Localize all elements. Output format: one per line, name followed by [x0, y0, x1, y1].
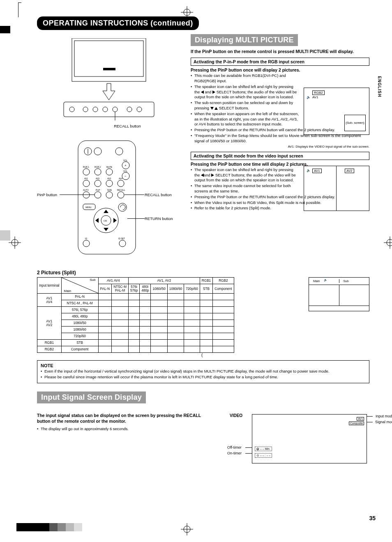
registration-mark-top [181, 6, 193, 19]
svg-point-47 [118, 180, 124, 187]
speaker-icon: 🔈 [307, 95, 311, 99]
bullet: The display will go out in approximately… [37, 426, 213, 432]
bullet: This mode can be available from RGB1(DVI… [191, 73, 300, 84]
svg-text:−: − [125, 174, 127, 178]
mini-main-sub-diagram: 🔈 MainSub [309, 277, 369, 311]
video-box-av1: AV1 [357, 417, 364, 421]
th: NTSC-M PAL-M [112, 284, 129, 294]
svg-text:MUTE: MUTE [106, 166, 113, 168]
label-input-mode: Input mode [376, 414, 392, 418]
callout-return: RETURN button [145, 216, 173, 221]
svg-point-45 [95, 180, 101, 187]
th: 480i 480p [140, 284, 151, 294]
boxed-heading-pinp-rgb: Activating the P-in-P mode from the RGB … [191, 58, 369, 66]
leader-line [60, 195, 95, 195]
svg-point-55 [118, 192, 124, 198]
bullet: Pressing the PinP button or the RETURN b… [191, 195, 369, 200]
split-right-label: AV2 [345, 169, 354, 173]
table-row: 480i, 480p [37, 313, 234, 320]
note-box: NOTE Even if the input of the horizontal… [37, 360, 369, 383]
svg-text:OK: OK [104, 220, 107, 222]
callout-pinp: PinP button [37, 192, 57, 197]
th: 1080i/60 [167, 284, 184, 294]
monitor-illustration: RECALL button [37, 38, 181, 128]
svg-text:RGB 2: RGB 2 [95, 166, 101, 168]
th: 720p/60 [184, 284, 200, 294]
leader-line [367, 416, 373, 417]
speaker-icon: 🔈 [324, 278, 327, 282]
th: AV1 AV4 [98, 278, 128, 284]
svg-text:ID: ID [85, 237, 87, 240]
svg-text:AV3: AV3 [107, 177, 111, 180]
leader-line [367, 422, 373, 422]
bullet: "Frequency Mode" in the Setup Menu shoul… [191, 133, 369, 144]
bullet: Refer to the table for 2 pictures (Split… [191, 206, 369, 211]
input-intro: The input signal status can be displayed… [37, 412, 213, 424]
remote-illustration: VOL + RGB 1 RGB 2 MUTE VOL − AV1 AV2 AV3… [37, 138, 181, 262]
svg-point-21 [127, 107, 132, 112]
leader-line [127, 218, 145, 219]
th: RGB2 [213, 278, 234, 284]
remote-btn-vol: VOL [123, 159, 127, 162]
svg-text:AUTO: AUTO [83, 189, 89, 191]
svg-point-22 [137, 107, 142, 112]
svg-point-44 [83, 180, 90, 187]
svg-text:AV4: AV4 [119, 177, 122, 180]
svg-point-16 [69, 107, 74, 112]
note-bullet: Please be careful since image retention … [41, 375, 366, 380]
svg-point-46 [106, 180, 113, 187]
th: AV1, AV2 [128, 278, 200, 284]
svg-point-69 [119, 240, 126, 247]
language-tab: ENGLISH [377, 76, 382, 97]
pip1-rgb2-label: RGB2 [312, 90, 325, 95]
registration-mark-left [9, 236, 21, 249]
table-row: AV1 AV4 PAL-N [37, 294, 234, 300]
table-row: RGB1STB [37, 340, 234, 346]
sub-heading-pinp-once: Pressing the PinP button once will displ… [191, 67, 369, 72]
svg-point-17 [83, 107, 88, 112]
pip1-footnote: AV1: Displays the VIDEO input signal of … [191, 145, 369, 148]
svg-point-67 [83, 240, 90, 247]
label-off-timer: Off-timer [227, 445, 242, 449]
th: Component [213, 284, 234, 294]
svg-point-19 [103, 107, 108, 112]
arrow-left-icon [201, 90, 204, 94]
split-compatibility-table: Input terminal Main Sub AV1 AV4 AV1, AV2… [37, 277, 234, 353]
label-on-timer: On-timer [227, 451, 242, 455]
th: 1080i/50 [151, 284, 167, 294]
th: STB [200, 284, 212, 294]
on-timer-row: ⏲ – – : – – [255, 453, 272, 458]
subsection-multi-picture: Displaying MULTI PICTURE [191, 34, 298, 46]
svg-text:MENU: MENU [85, 206, 92, 208]
black-margin-marker [0, 26, 10, 33]
label-signal-mode: Signal mode [375, 420, 392, 424]
bullet: When the Video input is set to RGB Video… [191, 200, 369, 206]
bullet: The speaker icon can be shifted left and… [191, 167, 300, 183]
section-title: OPERATING INSTRUCTIONS (continued) [37, 16, 199, 30]
page-number: 35 [369, 515, 376, 521]
off-timer-row: ⏻ – – Min. [255, 447, 272, 451]
footer-color-bar [16, 523, 82, 531]
diag-sub: Sub [90, 278, 95, 282]
th: 576i 576p [128, 284, 139, 294]
multi-intro: If the PinP button on the remote control… [191, 49, 369, 54]
svg-point-37 [106, 169, 113, 175]
svg-point-53 [95, 192, 101, 198]
bullet: The speaker icon can be shifted left and… [191, 84, 300, 100]
diag-main: Main [64, 289, 71, 293]
registration-mark-bottom [181, 523, 193, 535]
svg-point-18 [93, 107, 98, 112]
table-row: RGB2Component [37, 346, 234, 353]
svg-text:PinP: PinP [96, 189, 100, 191]
svg-text:AV2: AV2 [96, 177, 99, 180]
input-signal-diagram: VIDEO AV1 Composite ⏻ – – Min. ⏲ – – : –… [230, 410, 369, 472]
split-left-label: AV1 [312, 169, 322, 173]
table-row: AV1 AV2 576i, 576p [37, 307, 234, 313]
bullet: The same video input mode cannot be sele… [191, 183, 300, 194]
video-box-composite: Composite [349, 422, 364, 425]
table-row: 1080i/60 [37, 327, 234, 333]
svg-point-20 [113, 107, 118, 112]
note-title: NOTE [41, 363, 366, 368]
svg-text:SIZE: SIZE [107, 189, 112, 191]
svg-text:RECALL: RECALL [117, 189, 125, 191]
